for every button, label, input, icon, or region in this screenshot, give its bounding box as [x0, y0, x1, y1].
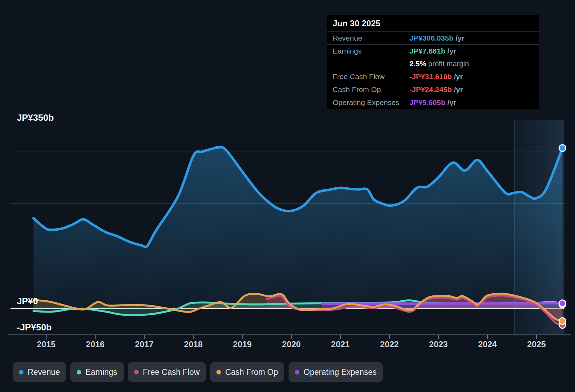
legend-label: Free Cash Flow — [143, 368, 200, 377]
tooltip-row-operating-expenses: Operating Expenses JP¥9.605b /yr — [327, 96, 539, 109]
svg-text:-JP¥50b: -JP¥50b — [17, 322, 52, 332]
operating-expenses-line — [322, 303, 562, 304]
revenue-series-dot — [19, 370, 23, 374]
revenue-marker — [559, 145, 566, 151]
svg-text:2019: 2019 — [233, 340, 251, 349]
svg-text:JP¥350b: JP¥350b — [17, 112, 54, 123]
tooltip-label: Revenue — [333, 34, 409, 42]
cash-from-op-marker — [559, 318, 566, 324]
tooltip-value: JP¥306.035b /yr — [409, 34, 465, 42]
svg-text:2021: 2021 — [331, 340, 349, 349]
legend-label: Cash From Op — [225, 368, 278, 377]
legend-label: Earnings — [85, 368, 117, 377]
earnings-series-dot — [77, 370, 81, 374]
operating-expenses-marker — [559, 300, 566, 307]
tooltip-row-profit-margin: 2.5% profit margin — [327, 57, 539, 70]
free-cash-flow-series-dot — [134, 370, 139, 374]
tooltip-label: Free Cash Flow — [333, 72, 409, 81]
legend-item-revenue[interactable]: Revenue — [13, 362, 66, 382]
svg-text:2024: 2024 — [478, 340, 497, 349]
legend-label: Revenue — [28, 368, 60, 377]
operating-expenses-series-dot — [295, 370, 299, 374]
svg-text:2017: 2017 — [135, 340, 153, 349]
svg-text:2016: 2016 — [86, 340, 104, 349]
tooltip-value: -JP¥24.245b /yr — [409, 85, 463, 94]
tooltip-row-cash-from-op: Cash From Op -JP¥24.245b /yr — [327, 83, 539, 96]
legend-item-cash-from-op[interactable]: Cash From Op — [210, 362, 284, 382]
legend-label: Operating Expenses — [304, 368, 376, 377]
x-axis: 2015201620172018201920202021202220232024… — [8, 335, 571, 349]
tooltip-row-free-cash-flow: Free Cash Flow -JP¥31.610b /yr — [327, 70, 539, 83]
financials-chart-page: 2015201620172018201920202021202220232024… — [0, 0, 575, 392]
chart-legend: Revenue Earnings Free Cash Flow Cash Fro… — [13, 362, 383, 382]
tooltip-row-earnings: Earnings JP¥7.681b /yr — [327, 45, 539, 57]
tooltip-label: Cash From Op — [333, 85, 409, 94]
svg-text:2022: 2022 — [380, 340, 399, 349]
profit-margin: 2.5% profit margin — [409, 59, 469, 68]
legend-item-earnings[interactable]: Earnings — [70, 362, 124, 382]
svg-text:2015: 2015 — [37, 340, 55, 349]
svg-text:2023: 2023 — [429, 340, 448, 349]
tooltip-value: JP¥7.681b /yr — [409, 47, 456, 55]
legend-item-operating-expenses[interactable]: Operating Expenses — [289, 362, 383, 382]
tooltip-label: Operating Expenses — [333, 98, 409, 107]
tooltip-value: JP¥9.605b /yr — [409, 98, 456, 107]
svg-text:2020: 2020 — [282, 340, 300, 349]
cash-from-op-series-dot — [216, 370, 221, 374]
tooltip-row-revenue: Revenue JP¥306.035b /yr — [327, 32, 539, 45]
legend-item-free-cash-flow[interactable]: Free Cash Flow — [128, 362, 206, 382]
chart-tooltip: Jun 30 2025 Revenue JP¥306.035b /yr Earn… — [327, 15, 539, 109]
tooltip-date: Jun 30 2025 — [327, 15, 539, 32]
svg-text:JP¥0: JP¥0 — [17, 296, 38, 306]
tooltip-value: -JP¥31.610b /yr — [409, 72, 463, 81]
svg-text:2025: 2025 — [527, 340, 546, 349]
svg-text:2018: 2018 — [184, 340, 202, 349]
tooltip-label: Earnings — [333, 47, 409, 55]
